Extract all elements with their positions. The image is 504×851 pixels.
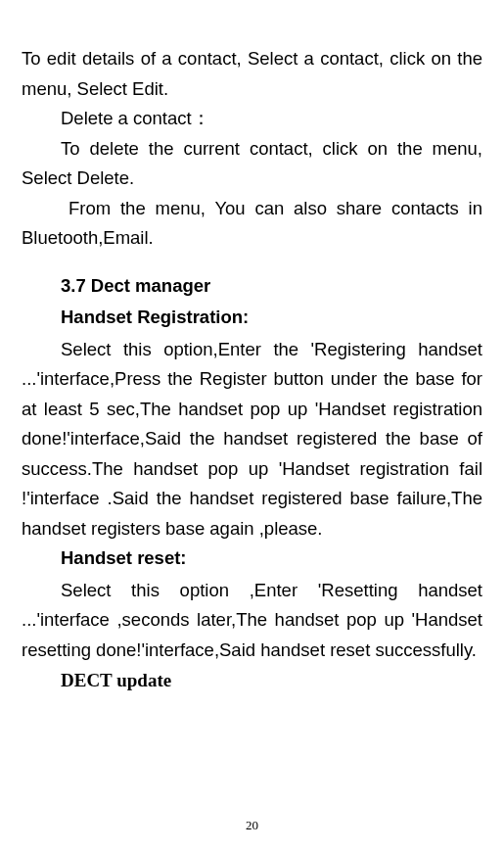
sub-heading-handset-registration: Handset Registration: [22,303,482,333]
paragraph-handset-reset: Select this option ,Enter 'Resetting han… [22,576,482,666]
sub-heading-handset-reset: Handset reset: [22,544,482,574]
document-content: To edit details of a contact, Select a c… [22,44,482,696]
paragraph-handset-registration: Select this option,Enter the 'Registerin… [22,335,482,544]
section-heading-dect-manager: 3.7 Dect manager [22,271,482,302]
page-number: 20 [0,818,504,833]
heading-dect-update: DECT update [22,665,482,695]
paragraph-delete-body: To delete the current contact, click on … [22,134,482,194]
paragraph-edit-contact: To edit details of a contact, Select a c… [22,44,482,104]
paragraph-share: From the menu, You can also share contac… [22,194,482,254]
paragraph-delete-heading: Delete a contact： [22,104,482,134]
